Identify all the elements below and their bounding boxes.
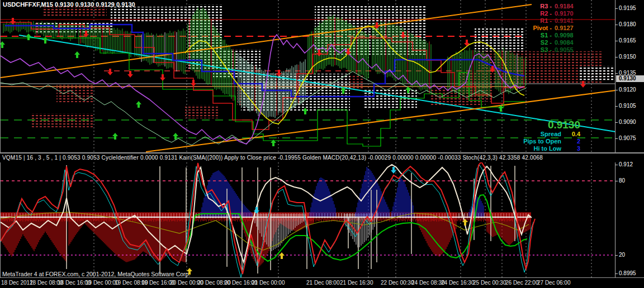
pivot-value: 0.9055	[555, 46, 584, 54]
axis-tick	[615, 122, 618, 123]
axis-tick	[615, 57, 618, 57]
indicator-axis-label: 0.912	[619, 161, 633, 167]
pivot-value: 0.9170	[555, 10, 584, 17]
time-axis-label: 18 Dec 2012	[1, 280, 33, 286]
axis-tick	[615, 106, 618, 107]
info-label: Spread	[541, 131, 561, 137]
axis-tick	[615, 165, 618, 165]
pivot-value: 0.9141	[555, 17, 584, 25]
time-axis-label: 27 Dec 06:00	[537, 280, 571, 286]
mt4-chart-window: USDCHFFXF,M15 0.9130 0.9130 0.9129 0.913…	[0, 0, 644, 288]
indicator-axis-label: 20	[619, 252, 625, 258]
pivot-name: S2 -	[541, 39, 552, 46]
pivot-row: S3 - 0.9055	[500, 46, 584, 54]
info-label: Pips to Open	[523, 138, 561, 145]
pivot-value: 0.9127	[555, 25, 584, 32]
indicator-header: VQM15 | 16 , 3 , 5 , 1 | 0.9053 0.9053 C…	[0, 153, 644, 162]
axis-tick	[615, 181, 618, 181]
pivot-name: S3 -	[541, 46, 552, 54]
info-label: Hi to Low	[534, 145, 562, 152]
pivot-name: R3 -	[540, 3, 552, 10]
info-value: 2	[561, 138, 580, 145]
info-row: Hi to Low3	[523, 145, 580, 152]
red-histogram-region	[241, 213, 280, 268]
price-axis-label: 0.9180	[619, 21, 636, 27]
time-axis-label: 21 Dec 08:00	[306, 280, 340, 286]
ichimoku-cloud-maroon	[42, 7, 107, 17]
copyright-footer: MetaTrader 4 at FOREX.com, c 2001-2012, …	[2, 271, 190, 277]
indicator-panel-canvas[interactable]	[1, 162, 615, 277]
axis-tick	[615, 41, 618, 41]
pivot-value: 0.9084	[555, 39, 584, 46]
pivot-row: Pivot - 0.9127	[500, 25, 584, 32]
axis-tick	[615, 90, 618, 90]
pivot-row: R1 - 0.9141	[500, 17, 584, 25]
pivot-name: S1 -	[541, 32, 552, 39]
pivot-name: R1 -	[540, 17, 552, 25]
pivot-row: R2 - 0.9170	[500, 10, 584, 17]
pivot-name: R2 -	[540, 10, 552, 17]
price-axis-label: 0.9120	[619, 87, 636, 93]
indicator-layers	[1, 162, 615, 277]
current-price-readout: 0.9130	[523, 119, 580, 131]
price-axis-label: 0.9090	[619, 119, 636, 125]
time-axis-label: 24 Dec 16:30	[441, 280, 475, 286]
price-axis-label: 0.9195	[619, 5, 636, 11]
time-axis-label: 21 Dec 16:30	[340, 280, 373, 286]
axis-tick	[615, 255, 618, 256]
blue-histogram-region	[392, 177, 413, 217]
price-axis-main[interactable]: 0.91950.91800.91650.91500.91350.91200.91…	[615, 0, 644, 152]
pivot-row: R3 - 0.9184	[500, 3, 584, 10]
time-axis-label: 26 Dec 22:00	[505, 280, 539, 286]
price-axis-label: 0.9075	[619, 135, 636, 141]
pivot-row: S2 - 0.9084	[500, 39, 584, 46]
candle-cluster	[135, 28, 185, 74]
info-value: 0.4	[561, 131, 580, 138]
axis-tick	[615, 138, 618, 139]
ichimoku-cloud-white	[111, 7, 196, 21]
price-info-block: 0.9130 Spread0.4Pips to Open2Hi to Low3	[523, 119, 580, 152]
price-axis-label: 0.9150	[619, 54, 636, 60]
indicator-axis-label: 80	[619, 177, 625, 184]
current-price-tag: 0.9130	[616, 75, 644, 82]
time-axis[interactable]: 18 Dec 201218 Dec 08:0018 Dec 16:0019 De…	[0, 277, 644, 288]
axis-tick	[615, 273, 618, 274]
axis-tick	[615, 8, 618, 9]
pivot-name: Pivot -	[533, 25, 552, 32]
pivot-row: S1 - 0.9098	[500, 32, 584, 39]
ichimoku-cloud-white	[579, 66, 615, 81]
indicator-panel[interactable]: MetaTrader 4 at FOREX.com, c 2001-2012, …	[0, 162, 615, 277]
axis-tick	[615, 25, 618, 25]
time-axis-label: 24 Dec 08:30	[411, 280, 445, 286]
pivot-value: 0.9098	[555, 32, 584, 39]
pivot-levels-legend: R3 - 0.9184R2 - 0.9170R1 - 0.9141Pivot -…	[500, 3, 584, 54]
time-axis-label: 22 Dec 00:30	[381, 280, 414, 286]
info-row: Spread0.4	[523, 131, 580, 138]
info-row: Pips to Open2	[523, 138, 580, 145]
ichimoku-cloud-maroon	[185, 105, 220, 118]
axis-tick	[615, 73, 618, 74]
main-price-chart[interactable]: USDCHFFXF,M15 0.9130 0.9130 0.9129 0.913…	[0, 0, 615, 152]
chart-title: USDCHFFXF,M15 0.9130 0.9130 0.9129 0.913…	[3, 1, 135, 8]
price-axis-lower[interactable]: 0.91280200.8995	[615, 162, 644, 277]
pivot-value: 0.9184	[555, 3, 584, 10]
price-axis-label: 0.9105	[619, 103, 636, 109]
time-axis-label: 19 Dec 00:00	[86, 280, 119, 286]
time-axis-label: 25 Dec 00:30	[473, 280, 506, 286]
indicator-axis-label: 0.8995	[619, 270, 636, 276]
info-value: 3	[561, 145, 580, 152]
time-axis-label: 21 Dec 00:00	[252, 280, 285, 286]
price-axis-label: 0.9165	[619, 37, 636, 44]
